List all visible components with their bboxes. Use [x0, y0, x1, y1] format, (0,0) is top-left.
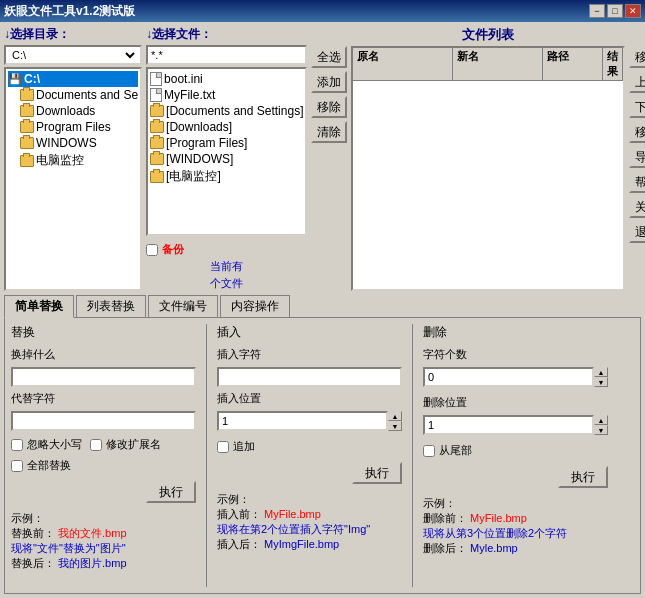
- move-down-button[interactable]: 下移: [629, 96, 645, 118]
- from-end-label: 从尾部: [439, 443, 472, 458]
- col-header-path: 路径: [543, 48, 603, 80]
- delete-section-title: 删除: [423, 324, 608, 341]
- delete-count-up-btn[interactable]: ▲: [594, 367, 608, 377]
- folder-icon: [150, 105, 164, 117]
- folder-icon: [20, 121, 34, 133]
- ignore-case-label: 忽略大小写: [27, 437, 82, 452]
- dir-item-downloads[interactable]: Downloads: [8, 103, 138, 119]
- insert-pos-input[interactable]: [217, 411, 388, 431]
- maximize-button[interactable]: □: [607, 4, 623, 18]
- modify-ext-checkbox[interactable]: [90, 439, 102, 451]
- modify-ext-row[interactable]: 修改扩展名: [90, 437, 161, 452]
- file-icon: [150, 72, 162, 86]
- folder-icon: [20, 89, 34, 101]
- insert-exec-button[interactable]: 执行: [352, 462, 402, 484]
- ignore-case-checkbox[interactable]: [11, 439, 23, 451]
- file-item-documents-folder[interactable]: [Documents and Settings]: [150, 103, 303, 119]
- dir-item-jdianjiankong[interactable]: 电脑监控: [8, 151, 138, 170]
- append-label: 追加: [233, 439, 255, 454]
- tab-simple-replace[interactable]: 简单替换: [4, 295, 74, 318]
- file-panel-header: ↓选择文件：: [146, 26, 307, 43]
- move-top-button[interactable]: 移顶: [629, 46, 645, 68]
- delete-pos-input[interactable]: [423, 415, 594, 435]
- dir-item-documents[interactable]: Documents and Se: [8, 87, 138, 103]
- delete-pos-down-btn[interactable]: ▼: [594, 425, 608, 435]
- drive-icon: 💾: [8, 73, 22, 86]
- select-all-button[interactable]: 全选: [311, 46, 347, 68]
- col-header-newname: 新名: [453, 48, 543, 80]
- file-item-downloads-folder[interactable]: [Downloads]: [150, 119, 303, 135]
- replace-what-input[interactable]: [11, 367, 196, 387]
- dir-panel-header: ↓选择目录：: [4, 26, 142, 43]
- dir-tree[interactable]: 💾 C:\ Documents and Se Downloads Program…: [4, 67, 142, 291]
- dir-item-root[interactable]: 💾 C:\: [8, 71, 138, 87]
- insert-pos-label: 插入位置: [217, 391, 402, 406]
- ignore-case-row[interactable]: 忽略大小写: [11, 437, 82, 452]
- help-button[interactable]: 帮助: [629, 171, 645, 193]
- tab-list-replace[interactable]: 列表替换: [76, 295, 146, 318]
- replace-with-input[interactable]: [11, 411, 196, 431]
- dir-item-program-files[interactable]: Program Files: [8, 119, 138, 135]
- remove-button[interactable]: 移除: [311, 96, 347, 118]
- drive-selector[interactable]: C:\: [4, 45, 142, 65]
- file-item-myfile[interactable]: MyFile.txt: [150, 87, 303, 103]
- append-checkbox[interactable]: [217, 441, 229, 453]
- about-button[interactable]: 关于: [629, 196, 645, 218]
- tab-bar[interactable]: 简单替换 列表替换 文件编号 内容操作: [4, 294, 641, 317]
- title-bar[interactable]: 妖眼文件工具v1.2测试版 − □ ✕: [0, 0, 645, 22]
- dir-item-windows[interactable]: WINDOWS: [8, 135, 138, 151]
- delete-count-input[interactable]: [423, 367, 594, 387]
- delete-pos-label: 删除位置: [423, 395, 608, 410]
- export-button[interactable]: 导出: [629, 146, 645, 168]
- minimize-button[interactable]: −: [589, 4, 605, 18]
- clear-button[interactable]: 清除: [311, 121, 347, 143]
- col-header-result: 结果: [603, 48, 623, 80]
- file-item-programfiles-folder[interactable]: [Program Files]: [150, 135, 303, 151]
- from-end-row[interactable]: 从尾部: [423, 443, 608, 458]
- folder-icon: [20, 137, 34, 149]
- all-replace-label: 全部替换: [27, 458, 71, 473]
- folder-icon: [150, 153, 164, 165]
- insert-char-input[interactable]: [217, 367, 402, 387]
- close-button[interactable]: ✕: [625, 4, 641, 18]
- folder-icon: [150, 121, 164, 133]
- append-row[interactable]: 追加: [217, 439, 402, 454]
- move-bottom-button[interactable]: 移底: [629, 121, 645, 143]
- title-text: 妖眼文件工具v1.2测试版: [4, 3, 135, 20]
- insert-section-title: 插入: [217, 324, 402, 341]
- replace-example: 示例： 替换前： 我的文件.bmp 现将"文件"替换为"图片" 替换后： 我的图…: [11, 511, 196, 571]
- insert-pos-down-btn[interactable]: ▼: [388, 421, 402, 431]
- folder-icon: [150, 137, 164, 149]
- delete-example: 示例： 删除前： MyFile.bmp 现将从第3个位置删除2个字符 删除后： …: [423, 496, 608, 556]
- tab-file-number[interactable]: 文件编号: [148, 295, 218, 318]
- all-replace-checkbox[interactable]: [11, 460, 23, 472]
- folder-icon: [20, 155, 34, 167]
- backup-checkbox-row[interactable]: 备份: [146, 242, 307, 257]
- tab-content-op[interactable]: 内容操作: [220, 295, 290, 318]
- file-filter-input[interactable]: [146, 45, 307, 65]
- delete-count-spinbox[interactable]: ▲ ▼: [423, 367, 608, 387]
- delete-pos-spinbox[interactable]: ▲ ▼: [423, 415, 608, 435]
- move-up-button[interactable]: 上移: [629, 71, 645, 93]
- file-list[interactable]: boot.ini MyFile.txt [Documents and Setti…: [146, 67, 307, 236]
- replace-section: 替换 换掉什么 代替字符 忽略大小写 修改扩展名: [11, 324, 196, 587]
- all-replace-row[interactable]: 全部替换: [11, 458, 196, 473]
- replace-what-label: 换掉什么: [11, 347, 196, 362]
- delete-count-down-btn[interactable]: ▼: [594, 377, 608, 387]
- backup-checkbox[interactable]: [146, 244, 158, 256]
- exit-button[interactable]: 退出: [629, 221, 645, 243]
- add-button[interactable]: 添加: [311, 71, 347, 93]
- file-item-bootini[interactable]: boot.ini: [150, 71, 303, 87]
- file-table-title: 文件列表: [351, 26, 625, 44]
- insert-pos-spinbox[interactable]: ▲ ▼: [217, 411, 402, 431]
- delete-pos-up-btn[interactable]: ▲: [594, 415, 608, 425]
- insert-pos-up-btn[interactable]: ▲: [388, 411, 402, 421]
- insert-section: 插入 插入字符 插入位置 ▲ ▼ 追加: [217, 324, 402, 587]
- drive-dropdown[interactable]: C:\: [8, 48, 138, 62]
- current-count: 当前有: [146, 259, 307, 274]
- replace-exec-button[interactable]: 执行: [146, 481, 196, 503]
- file-item-jiankong-folder[interactable]: [电脑监控]: [150, 167, 303, 186]
- delete-exec-button[interactable]: 执行: [558, 466, 608, 488]
- from-end-checkbox[interactable]: [423, 445, 435, 457]
- file-item-windows-folder[interactable]: [WINDOWS]: [150, 151, 303, 167]
